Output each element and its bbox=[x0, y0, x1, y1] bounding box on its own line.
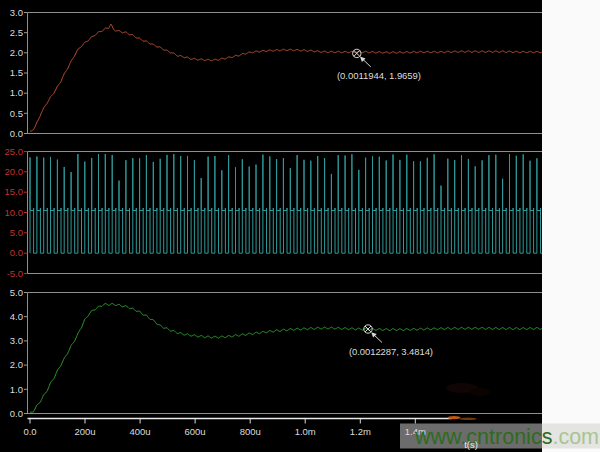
svg-text:3.0: 3.0 bbox=[10, 7, 23, 18]
svg-text:800u: 800u bbox=[240, 426, 261, 437]
svg-text:600u: 600u bbox=[185, 426, 206, 437]
svg-text:0.0: 0.0 bbox=[10, 128, 23, 139]
svg-text:(0.0012287, 3.4814): (0.0012287, 3.4814) bbox=[349, 346, 433, 357]
svg-text:5.0: 5.0 bbox=[10, 287, 23, 298]
svg-text:1.2m: 1.2m bbox=[350, 426, 371, 437]
svg-text:20.0: 20.0 bbox=[5, 166, 24, 177]
svg-text:400u: 400u bbox=[130, 426, 151, 437]
svg-text:0.0: 0.0 bbox=[10, 408, 23, 419]
svg-text:t(s): t(s) bbox=[464, 439, 478, 450]
svg-text:(0.0011944, 1.9659): (0.0011944, 1.9659) bbox=[337, 70, 421, 81]
svg-text:15.0: 15.0 bbox=[5, 186, 24, 197]
svg-text:3.0: 3.0 bbox=[10, 335, 23, 346]
svg-text:0.0: 0.0 bbox=[10, 247, 23, 258]
svg-text:25.0: 25.0 bbox=[5, 146, 24, 157]
svg-text:10.0: 10.0 bbox=[5, 207, 24, 218]
svg-text:1.0: 1.0 bbox=[10, 384, 23, 395]
svg-text:2.0: 2.0 bbox=[10, 359, 23, 370]
svg-text:1.0m: 1.0m bbox=[295, 426, 316, 437]
svg-text:2.0: 2.0 bbox=[10, 47, 23, 58]
svg-text:5.0: 5.0 bbox=[10, 227, 23, 238]
svg-text:1.0: 1.0 bbox=[10, 87, 23, 98]
svg-text:200u: 200u bbox=[74, 426, 95, 437]
svg-text:1.5: 1.5 bbox=[10, 67, 23, 78]
svg-text:2.5: 2.5 bbox=[10, 27, 23, 38]
svg-text:4.0: 4.0 bbox=[10, 311, 23, 322]
svg-text:0.5: 0.5 bbox=[10, 108, 23, 119]
svg-text:-5.0: -5.0 bbox=[7, 268, 23, 279]
svg-text:www.cntronics.com: www.cntronics.com bbox=[414, 425, 599, 449]
svg-text:0.0: 0.0 bbox=[23, 426, 36, 437]
